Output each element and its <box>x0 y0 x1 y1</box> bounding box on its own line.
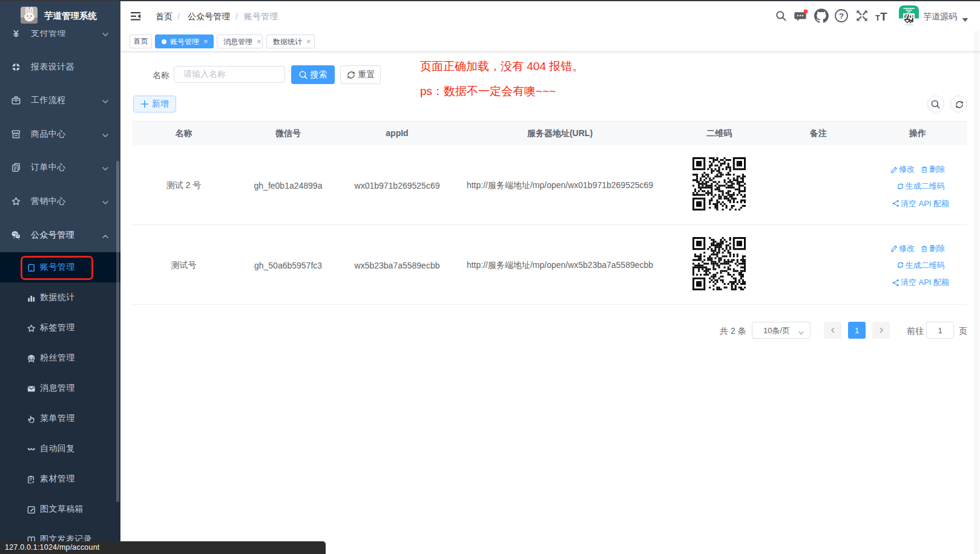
svg-text:?: ? <box>839 11 844 21</box>
